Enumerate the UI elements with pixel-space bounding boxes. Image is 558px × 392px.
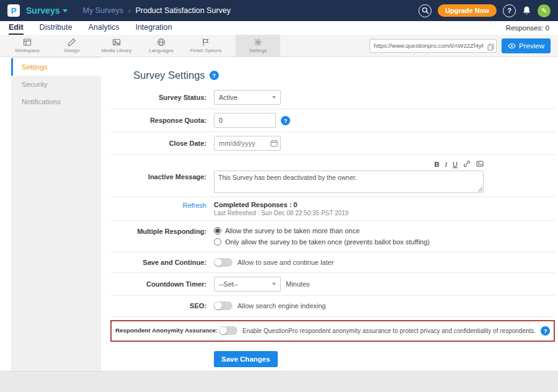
notifications-bell-icon[interactable] [522,6,531,16]
survey-status-row: Survey Status: Active [110,86,555,109]
toolbar-item-label: Workspace [15,48,40,53]
survey-status-value: Active [219,94,237,101]
tab-distribute[interactable]: Distribute [40,23,73,35]
settings-content: Survey Settings ? Survey Status: Active … [101,57,558,371]
toolbar-item-label: Languages [149,48,174,53]
italic-button[interactable]: I [445,161,447,168]
survey-status-select[interactable]: Active [214,90,281,105]
radio-allow-multiple-input[interactable] [214,227,221,234]
refresh-label-cell: Refresh [110,201,214,210]
anonymity-toggle[interactable] [219,326,237,335]
upgrade-now-button[interactable]: Upgrade Now [438,4,497,17]
sidebar-item-security[interactable]: Security [11,76,101,93]
product-label: Surveys [26,6,60,16]
copy-url-icon[interactable] [487,42,494,53]
multiple-responding-label: Multiple Responding: [110,227,214,236]
toolbar-item-design[interactable]: Design [50,35,94,56]
top-navbar: P Surveys My Surveys › Product Satisfact… [0,0,558,21]
inactive-message-row: Inactive Message: B I U [110,155,555,197]
tab-edit[interactable]: Edit [9,23,24,35]
toolbar-item-languages[interactable]: Languages [139,35,184,56]
eye-icon [508,43,516,49]
responses-count: Responses: 0 [506,24,549,32]
refresh-row: Refresh Completed Responses : 0 Last Ref… [110,197,555,221]
toolbar-item-media-library[interactable]: Media Library [94,35,139,56]
globe-icon [157,38,166,47]
tab-integration[interactable]: Integration [135,23,172,35]
settings-sidebar: Settings Security Notifications [0,57,101,371]
chevron-down-icon [272,96,276,99]
image-icon [112,38,121,47]
sidebar-item-notifications[interactable]: Notifications [11,93,101,110]
calendar-icon[interactable] [270,140,278,148]
tab-analytics[interactable]: Analytics [88,23,119,35]
seo-toggle[interactable] [214,301,232,310]
anonymity-help-icon[interactable]: ? [541,326,550,336]
multiple-responding-row: Multiple Responding: Allow the survey to… [110,221,555,252]
edit-toolbar: Workspace Design Media Library Languages… [0,35,558,57]
page-body: Settings Security Notifications Survey S… [0,57,558,371]
main-tabbar: Edit Distribute Analytics Integration Re… [0,21,558,35]
save-continue-label: Save and Continue: [110,258,214,267]
search-icon[interactable] [418,4,432,17]
flag-icon [202,38,210,47]
radio-allow-once[interactable]: Only allow the survey to be taken once (… [214,238,430,246]
refresh-link[interactable]: Refresh [182,202,206,209]
save-changes-button[interactable]: Save Changes [214,351,278,367]
countdown-timer-suffix: Minutes [286,280,310,288]
toolbar-item-label: Finish Options [190,48,221,53]
countdown-timer-value: --Set-- [219,280,238,288]
radio-allow-once-input[interactable] [214,238,221,246]
anonymity-highlight-box: Respondent Anonymity Assurance: Enable Q… [110,320,555,342]
pencil-icon [68,38,76,47]
radio-allow-once-label: Only allow the survey to be taken once (… [225,238,430,246]
gear-icon [254,38,262,47]
toolbar-item-finish-options[interactable]: Finish Options [184,35,228,56]
survey-url-input[interactable] [370,39,497,53]
breadcrumb-separator: › [128,7,131,14]
toolbar-right-group: Preview [370,35,558,56]
save-continue-toggle[interactable] [214,258,232,267]
bold-button[interactable]: B [434,161,439,168]
survey-settings-help-icon[interactable]: ? [210,71,219,80]
inactive-message-textarea[interactable]: This Survey has been deactivated by the … [214,171,484,193]
toolbar-item-label: Media Library [102,48,131,53]
toolbar-item-label: Settings [249,48,267,53]
response-quota-row: Response Quota: ? [110,109,555,132]
link-icon[interactable] [463,160,471,169]
save-continue-row: Save and Continue: Allow to save and con… [110,252,555,273]
questionpro-logo: P [7,4,20,17]
survey-status-label: Survey Status: [110,93,214,102]
response-quota-help-icon[interactable]: ? [281,116,290,125]
page-title: Survey Settings [133,69,205,81]
countdown-timer-select[interactable]: --Set-- [214,277,281,292]
inactive-message-label: Inactive Message: [110,160,214,181]
seo-label: SEO: [110,301,214,310]
topbar-actions: Upgrade Now ? ✎ [418,4,551,17]
surveys-product-dropdown[interactable]: Surveys [26,6,68,16]
breadcrumb-my-surveys[interactable]: My Surveys [82,6,123,15]
sidebar-item-settings[interactable]: Settings [11,58,101,76]
radio-allow-multiple[interactable]: Allow the survey to be taken more than o… [214,227,360,234]
toolbar-item-label: Design [64,48,80,53]
preview-button[interactable]: Preview [502,38,551,53]
underline-button[interactable]: U [453,161,458,168]
help-icon[interactable]: ? [503,4,516,17]
toolbar-item-settings[interactable]: Settings [236,35,280,56]
seo-row: SEO: Allow search engine indexing [110,296,555,316]
sidebar-panel: Settings Security Notifications [11,57,101,371]
anonymity-label: Respondent Anonymity Assurance: [115,327,219,335]
save-row: Save Changes [110,345,555,375]
countdown-timer-row: Countdown Timer: --Set-- Minutes [110,273,555,296]
response-quota-input[interactable] [214,113,276,128]
anonymity-description: Enable QuestionPro respondent anonymity … [242,327,536,334]
insert-image-icon[interactable] [476,160,484,169]
response-quota-label: Response Quota: [110,116,214,125]
title-row: Survey Settings ? [133,69,555,81]
completed-responses-text: Completed Responses : 0 [214,201,297,208]
toolbar-item-workspace[interactable]: Workspace [5,35,50,56]
feedback-pencil-icon[interactable]: ✎ [538,4,551,17]
last-refreshed-text: Last Refreshed : Sun Dec 08 22:50:35 PST… [214,210,348,216]
chevron-down-icon [63,9,68,12]
close-date-label: Close Date: [110,139,214,148]
